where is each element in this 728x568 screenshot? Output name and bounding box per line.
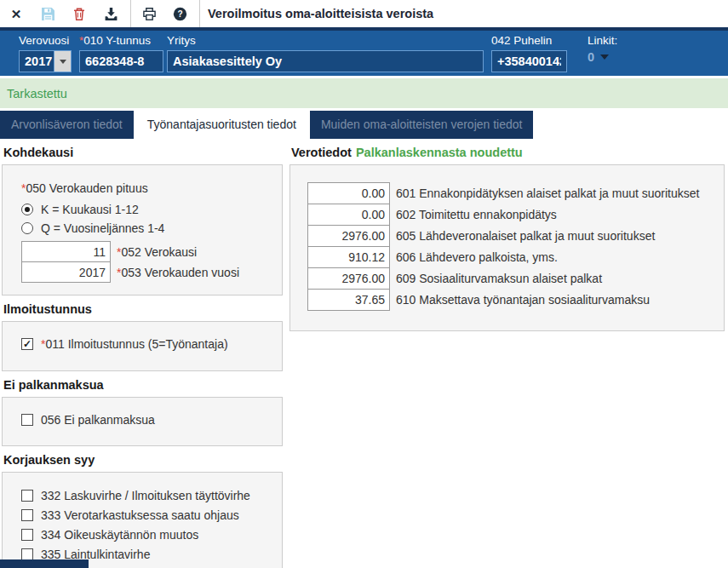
field-605-label: 605 Lähdeveronalaiset palkat ja muut suo…: [396, 229, 655, 243]
chevron-down-icon: [60, 60, 66, 64]
verotiedot-panel: 601 Ennakonpidätyksen alaiset palkat ja …: [289, 164, 725, 331]
ei-palkanmaksua-checkbox[interactable]: [21, 414, 33, 426]
field-610-input[interactable]: [307, 289, 390, 311]
print-button[interactable]: [141, 6, 157, 21]
trash-icon: [72, 7, 86, 21]
close-button[interactable]: ✕: [9, 6, 24, 21]
right-column: VerotiedotPalkanlaskennasta noudettu 601…: [289, 139, 725, 331]
left-column: Kohdekausi *050 Verokauden pituus K = Ku…: [2, 139, 283, 568]
verotiedot-row-601: 601 Ennakonpidätyksen alaiset palkat ja …: [307, 182, 724, 204]
verokauden-vuosi-label: *053 Verokauden vuosi: [117, 266, 239, 279]
tab-muiden-oma-aloitteisten-verojen-tiedot[interactable]: Muiden oma-aloitteisten verojen tiedot: [310, 111, 534, 139]
field-606-input[interactable]: [307, 246, 390, 268]
save-button[interactable]: [40, 6, 55, 21]
korjaus-row: 333 Verotarkastuksessa saatu ohjaus: [21, 508, 282, 522]
field-609-input[interactable]: [307, 267, 390, 290]
section-heading-korjauksen-syy: Korjauksen syy: [3, 453, 283, 467]
verokauden-pituus-label: *050 Verokauden pituus: [21, 181, 282, 195]
ytunnus-input[interactable]: [79, 50, 163, 72]
delete-button[interactable]: [72, 6, 87, 21]
ilmoitustunnus-row: *011 Ilmoitustunnus (5=Työnantaja): [21, 337, 282, 351]
korjaus-334-checkbox[interactable]: [21, 529, 33, 541]
verotiedot-row-610: 610 Maksettava työnantajan sosiaaliturva…: [307, 289, 724, 311]
verovuosi-select[interactable]: 2017: [19, 50, 72, 72]
linkit-count: 0: [588, 50, 594, 64]
puhelin-label: 042 Puhelin: [491, 34, 567, 47]
download-button[interactable]: [103, 6, 118, 21]
svg-text:?: ?: [177, 9, 182, 19]
radio-row-vuosineljannes: Q = Vuosineljännes 1-4: [21, 221, 282, 235]
verokauden-vuosi-input[interactable]: [21, 261, 111, 283]
save-icon: [41, 7, 55, 21]
help-button[interactable]: ?: [172, 6, 187, 21]
download-icon: [104, 7, 118, 21]
ei-palkanmaksua-row: 056 Ei palkanmaksua: [21, 413, 282, 427]
radio-kuukausi-label: K = Kuukausi 1-12: [41, 203, 139, 216]
radio-vuosineljannes[interactable]: [21, 222, 33, 234]
toolbar: ✕: [0, 0, 728, 27]
verotiedot-row-606: 606 Lähdevero palkoista, yms.: [307, 246, 724, 268]
page-title: Veroilmoitus oma-aloitteisista veroista: [208, 7, 433, 20]
field-602-label: 602 Toimitettu ennakonpidätys: [396, 208, 557, 221]
verovuosi-label: Verovuosi: [19, 34, 72, 47]
korjaus-row: 332 Laskuvirhe / Ilmoituksen täyttövirhe: [21, 489, 282, 502]
linkit-dropdown[interactable]: 0: [588, 50, 617, 64]
verokausi-label: *052 Verokausi: [117, 245, 197, 259]
yritys-label: Yritys: [167, 34, 484, 47]
radio-kuukausi[interactable]: [21, 204, 33, 215]
chevron-down-icon: [600, 55, 609, 60]
form-header: Verovuosi 2017 *010 Y-tunnus Yritys 042 …: [0, 31, 728, 76]
korjaus-row: 334 Oikeuskäytännön muutos: [21, 528, 282, 542]
tab-arvonlisaveron-tiedot[interactable]: Arvonlisäveron tiedot: [0, 111, 134, 139]
verotiedot-row-605: 605 Lähdeveronalaiset palkat ja muut suo…: [307, 225, 724, 247]
partial-bottom-tab[interactable]: [0, 559, 89, 568]
kohdekausi-panel: *050 Verokauden pituus K = Kuukausi 1-12…: [2, 164, 283, 295]
yritys-group: Yritys: [167, 34, 484, 72]
korjaus-334-label: 334 Oikeuskäytännön muutos: [41, 528, 198, 542]
verotiedot-row-602: 602 Toimitettu ennakonpidätys: [307, 204, 724, 226]
ei-palkanmaksua-panel: 056 Ei palkanmaksua: [2, 397, 283, 446]
status-bar: Tarkastettu: [0, 78, 728, 108]
korjaus-333-label: 333 Verotarkastuksessa saatu ohjaus: [41, 508, 239, 522]
close-icon: ✕: [11, 8, 22, 20]
tab-tyonantajasuoritusten-tiedot[interactable]: Työnantajasuoritusten tiedot: [136, 111, 307, 139]
korjaus-333-checkbox[interactable]: [21, 509, 33, 521]
verovuosi-dropdown-button[interactable]: [54, 50, 72, 72]
radio-row-kuukausi: K = Kuukausi 1-12: [21, 203, 282, 216]
field-601-input[interactable]: [307, 182, 390, 204]
ytunnus-group: *010 Y-tunnus: [79, 34, 163, 72]
ilmoitustunnus-checkbox[interactable]: [21, 338, 33, 350]
linkit-label: Linkit:: [588, 34, 617, 47]
section-heading-ei-palkanmaksua: Ei palkanmaksua: [3, 378, 283, 392]
kohdekausi-fields: *052 Verokausi *053 Verokauden vuosi: [21, 241, 282, 283]
verovuosi-value: 2017: [19, 50, 54, 72]
verokausi-input[interactable]: [21, 241, 111, 262]
verotiedot-row-609: 609 Sosiaaliturvamaksun alaiset palkat: [307, 267, 724, 290]
yritys-input[interactable]: [167, 50, 484, 72]
verovuosi-group: Verovuosi 2017: [19, 34, 72, 72]
korjaus-332-checkbox[interactable]: [21, 490, 33, 502]
puhelin-input[interactable]: [491, 50, 567, 72]
ytunnus-label: *010 Y-tunnus: [79, 34, 163, 47]
field-606-label: 606 Lähdevero palkoista, yms.: [396, 250, 558, 264]
source-note: Palkanlaskennasta noudettu: [356, 146, 523, 159]
verokausi-row: *052 Verokausi: [21, 241, 282, 262]
toolbar-separator: [130, 0, 131, 27]
field-605-input[interactable]: [307, 225, 390, 247]
field-609-label: 609 Sosiaaliturvamaksun alaiset palkat: [396, 272, 602, 285]
field-601-label: 601 Ennakonpidätyksen alaiset palkat ja …: [396, 186, 699, 200]
section-heading-kohdekausi: Kohdekausi: [3, 146, 283, 159]
app-window: ✕: [0, 0, 728, 568]
field-602-input[interactable]: [307, 204, 390, 226]
ilmoitustunnus-panel: *011 Ilmoitustunnus (5=Työnantaja): [2, 321, 283, 371]
korjaus-335-checkbox[interactable]: [21, 548, 33, 560]
verokauden-vuosi-row: *053 Verokauden vuosi: [21, 261, 282, 283]
ilmoitustunnus-checkbox-label: *011 Ilmoitustunnus (5=Työnantaja): [41, 337, 228, 351]
toolbar-separator: [199, 0, 200, 27]
help-icon: ?: [173, 7, 187, 21]
radio-vuosineljannes-label: Q = Vuosineljännes 1-4: [41, 221, 164, 235]
puhelin-group: 042 Puhelin: [491, 34, 567, 72]
ei-palkanmaksua-checkbox-label: 056 Ei palkanmaksua: [41, 413, 155, 427]
print-icon: [142, 7, 157, 21]
field-610-label: 610 Maksettava työnantajan sosiaaliturva…: [396, 293, 650, 307]
